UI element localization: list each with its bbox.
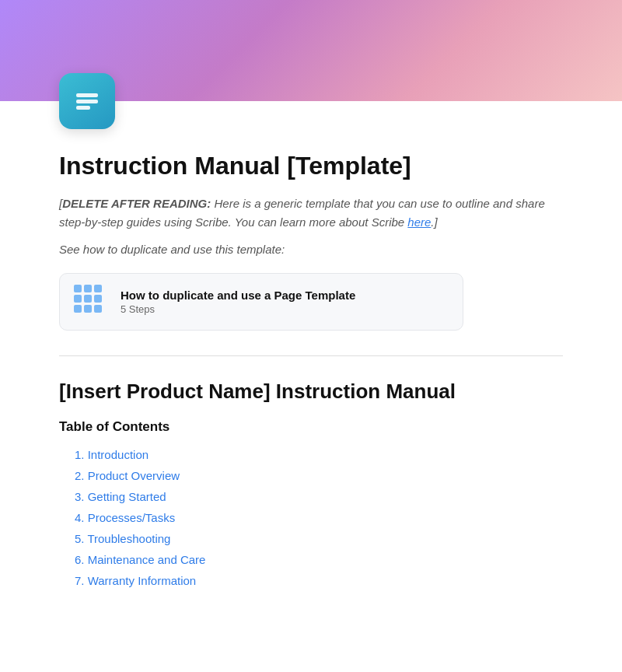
toc-item[interactable]: 4. Processes/Tasks bbox=[59, 507, 563, 528]
see-how-text: See how to duplicate and use this templa… bbox=[59, 243, 563, 256]
toc-item[interactable]: 1. Introduction bbox=[59, 444, 563, 465]
template-card[interactable]: How to duplicate and use a Page Template… bbox=[59, 273, 463, 331]
svg-rect-0 bbox=[76, 93, 98, 97]
svg-rect-2 bbox=[76, 106, 90, 110]
grid-icon bbox=[74, 285, 102, 313]
toc-item[interactable]: 5. Troubleshooting bbox=[59, 528, 563, 549]
section-divider bbox=[59, 355, 563, 356]
template-card-text: How to duplicate and use a Page Template… bbox=[121, 289, 355, 315]
main-title: Instruction Manual [Template] bbox=[59, 151, 563, 180]
card-steps: 5 Steps bbox=[121, 303, 355, 315]
toc-item[interactable]: 2. Product Overview bbox=[59, 465, 563, 486]
delete-bold: DELETE AFTER READING: bbox=[62, 197, 211, 210]
card-title: How to duplicate and use a Page Template bbox=[121, 289, 355, 302]
toc-item[interactable]: 6. Maintenance and Care bbox=[59, 549, 563, 570]
delete-note: [DELETE AFTER READING: Here is a generic… bbox=[59, 194, 563, 232]
bracket-close: .] bbox=[431, 215, 437, 229]
scribe-link[interactable]: here bbox=[407, 215, 431, 229]
svg-rect-1 bbox=[76, 100, 98, 103]
main-content: Instruction Manual [Template] [DELETE AF… bbox=[0, 129, 622, 622]
toc-list: 1. Introduction2. Product Overview3. Get… bbox=[59, 444, 563, 591]
instruction-section-title: [Insert Product Name] Instruction Manual bbox=[59, 380, 563, 404]
template-card-icon bbox=[74, 285, 108, 319]
app-icon bbox=[59, 73, 115, 129]
toc-item[interactable]: 3. Getting Started bbox=[59, 486, 563, 507]
toc-item[interactable]: 7. Warranty Information bbox=[59, 570, 563, 591]
toc-label: Table of Contents bbox=[59, 419, 563, 435]
